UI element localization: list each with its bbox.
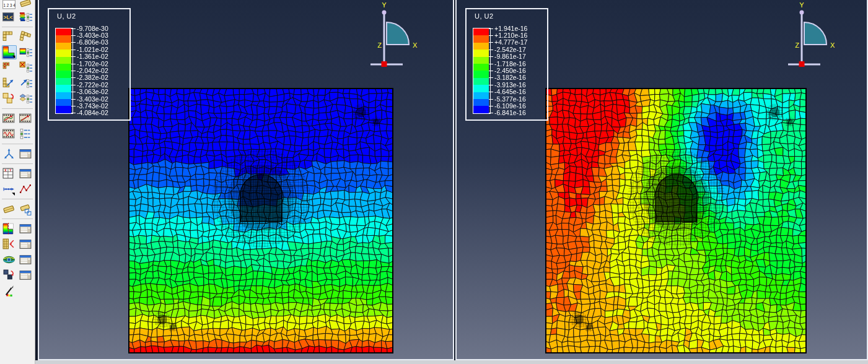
legend-value: +1.941e-16 (494, 25, 527, 32)
overlay-options-button[interactable] (19, 92, 33, 106)
toolbar-separator (2, 219, 33, 219)
legend-value: -3.743e-02 (77, 103, 108, 110)
dialog-icon (19, 167, 32, 180)
legend-value: -3.403e-02 (77, 96, 108, 103)
triad-x-label: X (413, 41, 418, 49)
legend-value: -6.841e-16 (494, 110, 526, 116)
stream-icon (2, 253, 15, 266)
toolbar-row (0, 181, 35, 197)
plot-deformed-shape-button[interactable] (19, 30, 33, 44)
orientation-options-button[interactable] (19, 76, 33, 90)
legend-tick (71, 71, 76, 71)
toolbar-row: 1 2 3 4 (0, 0, 35, 9)
legend-tick (71, 85, 76, 85)
create-path-button[interactable] (2, 182, 17, 196)
plot-state-manager-button[interactable] (19, 268, 33, 282)
legend-swatch (56, 85, 71, 92)
triad-z-label: Z (377, 41, 382, 49)
toolbar-separator (2, 199, 33, 199)
xy-plot-button[interactable] (19, 182, 33, 196)
legend-value: -1.702e-02 (77, 61, 108, 67)
contour-plot-left[interactable] (128, 88, 393, 353)
toolbar-row (0, 45, 35, 60)
legend-swatch (473, 71, 489, 77)
plot-contours-button[interactable] (2, 45, 17, 59)
triarrow-icon (2, 147, 15, 160)
animation-options-button[interactable] (19, 127, 33, 141)
plot-symbols-button[interactable] (2, 61, 17, 75)
legend-value: +1.210e-16 (494, 32, 527, 39)
symbolopts-icon (19, 61, 32, 74)
legend-tick (489, 113, 493, 113)
legend-swatch (56, 35, 71, 42)
frame-counter-button[interactable]: 1 2 3 4 (2, 0, 17, 9)
view-cut-manager-button[interactable] (19, 222, 33, 236)
legend-tick (489, 77, 493, 78)
create-field-output-button[interactable] (2, 147, 17, 161)
animation-vcr-button[interactable]: >L< (2, 10, 17, 24)
triad-tip-icon (382, 11, 387, 15)
copy-plot-state-button[interactable] (2, 268, 17, 282)
toolbar-row (0, 267, 35, 283)
ply-stack-plot-button[interactable] (2, 202, 17, 216)
contour-plot-right[interactable] (545, 88, 807, 353)
legend-right: U, U2 +1.941e-16+1.210e-16+4.777e-17-2.5… (465, 8, 548, 121)
symbol-options-button[interactable] (19, 61, 33, 75)
legend-tick (489, 50, 493, 50)
legend-swatch (56, 43, 71, 50)
legend-tick (71, 106, 76, 106)
toolbar-row (0, 146, 35, 162)
plot-undeformed-shape-button[interactable] (2, 30, 17, 44)
ply-stack-options-button[interactable] (19, 202, 33, 216)
legend-value: -1.361e-02 (77, 53, 108, 60)
viewport-left[interactable]: U, U2 -9.708e-30-3.403e-03-6.806e-03-1.0… (38, 0, 454, 360)
allow-multiple-plot-states-button[interactable] (2, 92, 17, 106)
legend-swatch (56, 28, 71, 35)
section-plane-button[interactable] (19, 0, 33, 9)
spectrum-manager-button[interactable] (19, 10, 33, 24)
stream-options-button[interactable] (19, 253, 33, 267)
stream-plot-button[interactable] (2, 253, 17, 267)
contour-cut-button[interactable] (2, 222, 17, 236)
plot-material-orientations-button[interactable] (2, 76, 17, 90)
toolbar-row (0, 252, 35, 267)
legend-swatch (56, 78, 71, 85)
ply-icon (19, 0, 32, 9)
contour-options-button[interactable] (19, 45, 33, 59)
annotate-button[interactable] (2, 284, 17, 298)
view-triad-left: Y Z X (361, 0, 448, 69)
triad-z-label: Z (795, 41, 799, 49)
field-output-dialog-button[interactable] (19, 147, 33, 161)
viewport-right[interactable]: U, U2 +1.941e-16+1.210e-16+4.777e-17-2.5… (455, 0, 868, 360)
toolbar-row (0, 201, 35, 217)
animate-scale-factor-button[interactable] (19, 111, 33, 126)
legend-value: -1.021e-02 (77, 46, 108, 53)
free-body-cut-button[interactable] (2, 237, 17, 251)
legend-title: U, U2 (475, 12, 494, 20)
legend-swatch (56, 64, 71, 71)
legend-tick (71, 28, 76, 29)
xy-data-manager-button[interactable] (19, 167, 33, 181)
triad-tip-icon (800, 11, 804, 15)
free-body-manager-button[interactable] (19, 237, 33, 251)
legend-swatch (473, 35, 489, 42)
legend-value: -3.063e-02 (77, 89, 108, 95)
toolbar-row (0, 126, 35, 142)
legend-swatch (473, 92, 489, 99)
legend-tick (489, 56, 493, 57)
xy-data-table-button[interactable]: XY (2, 167, 17, 181)
legend-tick (489, 64, 493, 64)
triad-y-label: Y (382, 1, 387, 9)
animate-time-history-button[interactable] (2, 111, 17, 126)
legend-tick (71, 64, 76, 64)
toolbar-separator (2, 108, 33, 109)
dialog-icon (19, 238, 32, 251)
legend-swatch (473, 106, 489, 113)
contourcut-icon (2, 222, 15, 235)
triad-origin-icon (799, 61, 805, 67)
toolbar-separator (2, 163, 33, 164)
animate-harmonic-button[interactable] (2, 127, 17, 141)
legend-value: -4.084e-02 (77, 110, 108, 116)
legend-tick (71, 35, 76, 36)
abaqus-viewer-window: 1 2 3 4>L<XY U, U2 -9.708e-30-3.403e-03-… (0, 0, 868, 364)
